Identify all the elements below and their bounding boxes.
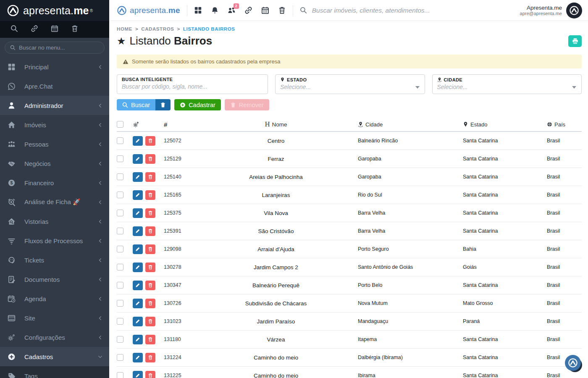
delete-button[interactable] <box>145 299 155 308</box>
search-button[interactable]: Buscar <box>117 99 155 110</box>
delete-button[interactable] <box>145 208 155 218</box>
edit-button[interactable] <box>133 226 143 236</box>
edit-button[interactable] <box>133 190 143 200</box>
delete-button[interactable] <box>145 190 155 200</box>
row-checkbox[interactable] <box>117 173 123 180</box>
edit-button[interactable] <box>133 353 143 362</box>
avatar[interactable] <box>566 3 582 18</box>
row-checkbox[interactable] <box>117 155 123 162</box>
row-checkbox[interactable] <box>117 282 123 289</box>
calendar-icon[interactable] <box>45 25 65 34</box>
row-checkbox[interactable] <box>117 300 123 307</box>
row-checkbox[interactable] <box>117 137 123 144</box>
bell-icon[interactable] <box>211 6 219 14</box>
edit-button[interactable] <box>133 371 143 378</box>
city-column-header[interactable]: Cidade <box>358 121 463 128</box>
row-checkbox[interactable] <box>117 354 123 361</box>
row-checkbox[interactable] <box>117 228 123 234</box>
country-column-header[interactable]: País <box>547 121 582 128</box>
row-checkbox[interactable] <box>117 318 123 325</box>
sidebar-item-pessoas[interactable]: Pessoas <box>0 134 109 154</box>
menu-search-input[interactable] <box>19 45 99 51</box>
sidebar-item-configuracoes[interactable]: Configurações <box>0 328 109 347</box>
select-all-checkbox[interactable] <box>117 121 123 128</box>
delete-button[interactable] <box>145 371 155 378</box>
calendar-icon[interactable] <box>261 6 269 14</box>
smart-search-input[interactable] <box>122 83 263 90</box>
row-checkbox[interactable] <box>117 336 123 343</box>
state-select-box[interactable]: ESTADO Selecione... <box>275 74 425 94</box>
state-select-value[interactable]: Selecione... <box>280 84 420 90</box>
delete-button[interactable] <box>145 262 155 272</box>
sidebar-item-analise-de-ficha[interactable]: Análise de Ficha 🚀 <box>0 192 109 212</box>
sidebar-logo[interactable]: apresenta.me ® <box>0 0 109 21</box>
id-column-header[interactable]: # <box>164 121 194 128</box>
delete-button[interactable] <box>145 353 155 362</box>
floating-logo-button[interactable] <box>565 355 581 371</box>
search-icon[interactable] <box>4 25 24 34</box>
edit-button[interactable] <box>133 136 143 146</box>
delete-button[interactable] <box>145 335 155 344</box>
edit-button[interactable] <box>133 172 143 182</box>
edit-button[interactable] <box>133 154 143 164</box>
users-icon[interactable]: 2 <box>228 6 236 14</box>
link-icon[interactable] <box>244 6 252 14</box>
breadcrumb-home[interactable]: HOME <box>117 26 132 32</box>
sidebar-item-administrador[interactable]: Administrador <box>0 96 109 115</box>
globe-icon <box>547 121 552 127</box>
edit-button[interactable] <box>133 335 143 344</box>
global-search-input[interactable] <box>312 7 488 14</box>
delete-button[interactable] <box>145 226 155 236</box>
delete-button[interactable] <box>145 136 155 146</box>
cell-city: Porto Seguro <box>358 246 463 252</box>
state-column-header[interactable]: Estado <box>463 121 547 128</box>
sidebar-item-apre-chat[interactable]: Apre.Chat <box>0 76 109 96</box>
trash-icon[interactable] <box>278 6 286 14</box>
edit-button[interactable] <box>133 299 143 308</box>
sidebar-item-negocios[interactable]: Negócios <box>0 154 109 173</box>
edit-button[interactable] <box>133 317 143 326</box>
delete-button[interactable] <box>145 244 155 254</box>
grid-icon[interactable] <box>194 6 202 14</box>
row-checkbox[interactable] <box>117 192 123 198</box>
sidebar-item-tickets[interactable]: Tickets <box>0 250 109 270</box>
edit-button[interactable] <box>133 262 143 272</box>
sidebar-item-fluxos-de-processos[interactable]: Fluxos de Processos <box>0 231 109 250</box>
clear-search-button[interactable] <box>155 99 171 110</box>
delete-button[interactable] <box>145 281 155 290</box>
sidebar-item-imoveis[interactable]: Imóveis <box>0 115 109 134</box>
edit-button[interactable] <box>133 208 143 218</box>
link-icon[interactable] <box>24 25 45 34</box>
delete-button[interactable] <box>145 317 155 326</box>
sidebar-item-cadastros[interactable]: Cadastros <box>0 347 109 366</box>
sidebar-item-documentos[interactable]: Documentos <box>0 270 109 289</box>
cell-state: Santa Catarina <box>463 228 547 234</box>
row-checkbox[interactable] <box>117 246 123 252</box>
edit-button[interactable] <box>133 244 143 254</box>
header-brand[interactable]: apresenta.me <box>117 5 180 16</box>
user-menu[interactable]: Apresenta.me apre@apresenta.me <box>520 3 582 18</box>
print-button[interactable] <box>568 35 582 47</box>
trash-icon[interactable] <box>65 25 85 34</box>
edit-button[interactable] <box>133 281 143 290</box>
sidebar-item-tags[interactable]: Tags <box>0 366 109 378</box>
sidebar-item-vistorias[interactable]: Vistorias <box>0 212 109 231</box>
row-checkbox[interactable] <box>117 264 123 270</box>
row-checkbox[interactable] <box>117 210 123 216</box>
sidebar-menu-search[interactable] <box>5 42 105 54</box>
city-select-value[interactable]: Selecione... <box>437 84 577 90</box>
sidebar-item-agenda[interactable]: Agenda <box>0 289 109 308</box>
title-row: ★ Listando Bairros <box>117 34 582 47</box>
delete-button[interactable] <box>145 154 155 164</box>
sidebar-item-principal[interactable]: Principal <box>0 57 109 76</box>
breadcrumb-cadastros[interactable]: CADASTROS <box>141 26 174 32</box>
register-button[interactable]: Cadastrar <box>174 99 221 110</box>
row-checkbox[interactable] <box>117 372 123 378</box>
remove-button[interactable]: Remover <box>225 99 269 110</box>
table-row: 125072CentroBalneário RincãoSanta Catari… <box>117 132 582 150</box>
delete-button[interactable] <box>145 172 155 182</box>
name-column-header[interactable]: H Nome <box>194 121 358 128</box>
sidebar-item-site[interactable]: wwwSite <box>0 308 109 328</box>
sidebar-item-financeiro[interactable]: $Financeiro <box>0 173 109 192</box>
city-select-box[interactable]: CIDADE Selecione... <box>432 74 582 94</box>
